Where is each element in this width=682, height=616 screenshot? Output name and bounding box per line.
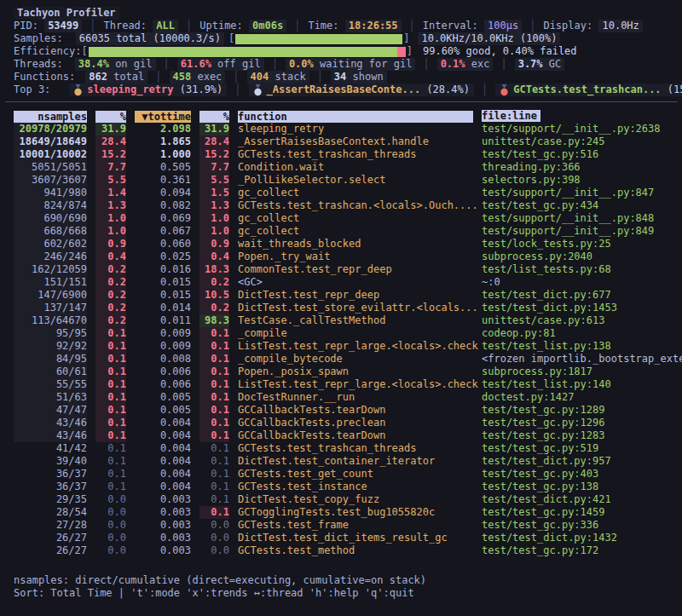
table-row[interactable]: 246/246 0.4 0.025 0.4 Popen._try_wait su… xyxy=(14,250,682,263)
pct-direct-cell: 0.2 xyxy=(95,314,126,327)
table-row[interactable]: 10001/10002 15.2 1.000 15.2 GCTests.test… xyxy=(14,148,682,161)
file-line-cell: test/test_gc.py:1296 xyxy=(482,417,682,429)
function-cell: CommonTest.test_repr_deep xyxy=(238,263,473,276)
table-row[interactable]: 26/27 0.0 0.003 0.0 DictTest.test_dict_i… xyxy=(14,532,682,544)
tottime-cell: 1.000 xyxy=(135,148,191,161)
nsamples-cell: 113/64670 xyxy=(14,314,87,327)
table-row[interactable]: 28/54 0.0 0.003 0.1 GCTogglingTests.test… xyxy=(14,506,682,519)
pct-cumulative-cell: 1.0 xyxy=(199,225,229,238)
function-cell: _PollLikeSelector.select xyxy=(238,174,473,187)
separator: │ xyxy=(186,20,192,32)
bar-open-bracket: [ xyxy=(81,45,87,58)
file-line-cell: subprocess.py:1817 xyxy=(482,366,682,378)
table-row[interactable]: 95/95 0.1 0.009 0.1 _compile codeop.py:8… xyxy=(14,327,682,340)
tottime-cell: 0.006 xyxy=(135,366,191,378)
time-label: Time: xyxy=(308,20,338,32)
app-title-line: Tachyon Profiler xyxy=(14,7,682,20)
table-row[interactable]: 18649/18649 28.4 1.865 28.4 _AssertRaise… xyxy=(14,135,682,148)
tottime-cell: 0.009 xyxy=(135,340,191,353)
table-row[interactable]: 55/55 0.1 0.006 0.1 ListTest.test_repr_l… xyxy=(14,378,682,391)
nsamples-cell: 26/27 xyxy=(14,532,87,544)
table-row[interactable]: 43/46 0.1 0.004 0.1 GCCallbackTests.tear… xyxy=(14,429,682,442)
functions-stack-text: stack xyxy=(269,71,305,83)
column-header-file-line[interactable]: file:line xyxy=(482,110,682,123)
footer-legend: nsamples: direct/cumulative (direct=exec… xyxy=(14,574,682,587)
table-row[interactable]: 602/602 0.9 0.060 0.9 wait_threads_block… xyxy=(14,238,682,250)
table-row[interactable]: 137/147 0.2 0.014 0.2 DictTest.test_stor… xyxy=(14,302,682,314)
table-row[interactable]: 29/35 0.0 0.003 0.1 DictTest.test_copy_f… xyxy=(14,493,682,506)
nsamples-cell: 41/42 xyxy=(14,442,87,455)
pct-cumulative-cell: 0.0 xyxy=(199,532,229,544)
table-row[interactable]: 84/95 0.1 0.008 0.1 _compile_bytecode <f… xyxy=(14,353,682,366)
table-row[interactable]: 824/874 1.3 0.082 1.3 GCTests.test_trash… xyxy=(14,199,682,212)
table-row[interactable]: 36/37 0.1 0.004 0.1 GCTests.test_get_cou… xyxy=(14,468,682,481)
column-header-nsamples[interactable]: nsamples xyxy=(14,111,87,123)
column-header-pct-direct[interactable]: % xyxy=(95,111,126,123)
tottime-cell: 0.094 xyxy=(135,187,191,199)
pct-cumulative-cell: 10.5 xyxy=(199,289,229,302)
function-cell: Popen._posix_spawn xyxy=(238,366,473,378)
efficiency-bar xyxy=(89,47,406,57)
column-header-pct-cumulative[interactable]: % xyxy=(199,111,229,123)
table-row[interactable]: 151/151 0.2 0.015 0.2 <GC> ~:0 xyxy=(14,276,682,289)
table-row[interactable]: 39/40 0.1 0.004 0.1 DictTest.test_contai… xyxy=(14,455,682,468)
thread-value[interactable]: ALL xyxy=(153,20,178,32)
function-cell: DictTest.test_copy_fuzz xyxy=(238,493,473,506)
pct-cumulative-cell: 1.5 xyxy=(199,187,229,199)
column-header-tottime-sorted[interactable]: ▼tottime xyxy=(135,111,191,123)
table-row[interactable]: 668/668 1.0 0.067 1.0 gc_collect test/su… xyxy=(14,225,682,238)
function-cell: wait_threads_blocked xyxy=(238,238,473,250)
interval-label: Interval: xyxy=(423,20,478,32)
functions-total-text: total xyxy=(107,71,144,83)
table-row[interactable]: 26/27 0.0 0.003 0.0 GCTests.test_method … xyxy=(14,544,682,557)
top3-item-1: sleeping_retry (31.9%) xyxy=(69,83,227,96)
function-cell: sleeping_retry xyxy=(238,123,473,135)
function-cell: gc_collect xyxy=(238,225,473,238)
pct-cumulative-cell: 15.2 xyxy=(199,148,229,161)
nsamples-cell: 20978/20979 xyxy=(14,123,87,135)
pct-cumulative-cell: 0.1 xyxy=(199,442,229,455)
pct-direct-cell: 0.1 xyxy=(95,455,126,468)
table-row[interactable]: 941/980 1.4 0.094 1.5 gc_collect test/su… xyxy=(14,187,682,199)
table-row[interactable]: 3607/3607 5.5 0.361 5.5 _PollLikeSelecto… xyxy=(14,174,682,187)
table-row[interactable]: 147/6900 0.2 0.015 10.5 DictTest.test_re… xyxy=(14,289,682,302)
file-line-cell: test/test_list.py:138 xyxy=(482,340,682,353)
tottime-cell: 0.004 xyxy=(135,468,191,481)
nsamples-cell: 941/980 xyxy=(14,187,87,199)
pct-direct-cell: 5.5 xyxy=(95,174,126,187)
table-row[interactable]: 690/690 1.0 0.069 1.0 gc_collect test/su… xyxy=(14,212,682,225)
column-header-function[interactable]: function xyxy=(238,111,473,123)
tottime-cell: 0.003 xyxy=(135,519,191,532)
tottime-cell: 0.069 xyxy=(135,212,191,225)
table-row[interactable]: 51/63 0.1 0.005 0.1 DocTestRunner.__run … xyxy=(14,391,682,404)
pct-direct-cell: 0.1 xyxy=(95,378,126,391)
table-row[interactable]: 60/61 0.1 0.006 0.1 Popen._posix_spawn s… xyxy=(14,366,682,378)
table-row[interactable]: 36/37 0.1 0.004 0.1 GCTests.test_instanc… xyxy=(14,481,682,493)
tottime-cell: 0.003 xyxy=(135,544,191,557)
pct-direct-cell: 0.4 xyxy=(95,250,126,263)
table-row[interactable]: 43/46 0.1 0.004 0.1 GCCallbackTests.prec… xyxy=(14,417,682,429)
tottime-cell: 0.004 xyxy=(135,442,191,455)
footer: nsamples: direct/cumulative (direct=exec… xyxy=(14,574,682,600)
pct-cumulative-cell: 28.4 xyxy=(199,135,229,148)
functions-exec-text: exec xyxy=(191,71,222,83)
table-row[interactable]: 27/28 0.0 0.003 0.0 GCTests.test_frame t… xyxy=(14,519,682,532)
pct-direct-cell: 0.0 xyxy=(95,532,126,544)
table-row[interactable]: 41/42 0.1 0.004 0.1 GCTests.test_trashca… xyxy=(14,442,682,455)
table-row[interactable]: 5051/5051 7.7 0.505 7.7 Condition.wait t… xyxy=(14,161,682,174)
table-row[interactable]: 92/92 0.1 0.009 0.1 ListTest.test_repr_l… xyxy=(14,340,682,353)
pct-direct-cell: 15.2 xyxy=(95,148,126,161)
file-line-cell: test/support/__init__.py:849 xyxy=(482,225,682,238)
tottime-cell: 0.016 xyxy=(135,263,191,276)
nsamples-cell: 47/47 xyxy=(14,404,87,417)
table-row[interactable]: 47/47 0.1 0.005 0.1 GCCallbackTests.tear… xyxy=(14,404,682,417)
file-line-cell: test/support/__init__.py:2638 xyxy=(482,123,682,135)
table-row[interactable]: 113/64670 0.2 0.011 98.3 TestCase._callT… xyxy=(14,314,682,327)
file-line-cell: test/test_list.py:140 xyxy=(482,378,682,391)
table-row[interactable]: 20978/20979 31.9 2.098 31.9 sleeping_ret… xyxy=(14,123,682,135)
tottime-cell: 0.082 xyxy=(135,199,191,212)
table-row[interactable]: 162/12059 0.2 0.016 18.3 CommonTest.test… xyxy=(14,263,682,276)
separator: │ xyxy=(409,20,415,32)
separator: │ xyxy=(500,58,506,71)
separator: │ xyxy=(155,71,161,83)
